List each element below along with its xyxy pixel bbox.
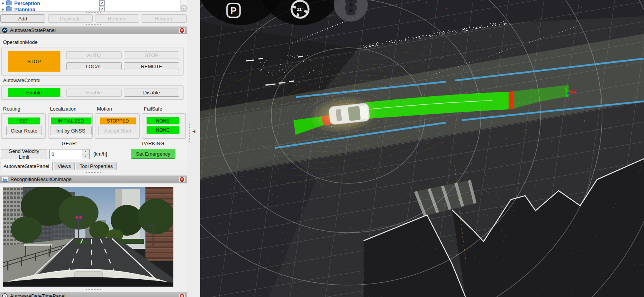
duplicate-button[interactable]: Duplicate [48, 14, 93, 23]
gear-symbol: P [230, 5, 237, 16]
failsafe-group: NONE NONE [142, 113, 186, 139]
autoware-control-group: Enable Enable Disable [1, 85, 184, 100]
localization-group: INITIALIZED Init by GNSS [48, 113, 93, 139]
control-disable-button[interactable]: Disable [124, 89, 179, 97]
init-by-gnss-button[interactable]: Init by GNSS [50, 126, 92, 135]
panel-splitter[interactable]: ◀ [187, 0, 200, 297]
motion-label: Motion [97, 106, 112, 112]
velocity-unit-label: [km/h] [93, 151, 107, 157]
autoware-state-panel-header[interactable]: AutowareStatePanel ✕ [0, 26, 187, 34]
parking-label: PARKING [131, 141, 175, 146]
gear-label: GEAR: [49, 141, 90, 146]
spin-down-icon[interactable]: ▼ [82, 154, 89, 159]
accept-start-button[interactable]: Accept Start [98, 126, 137, 135]
autoware-logo-icon [2, 27, 8, 33]
spin-up-icon[interactable]: ▲ [82, 149, 89, 154]
auto-mode-button[interactable]: AUTO [66, 51, 122, 59]
datetime-panel-header[interactable]: AutowareDateTimePanel ✕ [0, 292, 187, 297]
camera-image [3, 187, 174, 287]
failsafe-label: FailSafe [144, 106, 162, 112]
operation-mode-state: STOP [8, 51, 60, 72]
tab-label: Tool Properties [80, 163, 113, 169]
set-emergency-button[interactable]: Set Emergency [131, 149, 175, 159]
app-window: { "displays_tree": { "items": [ { "label… [0, 0, 644, 297]
local-mode-button[interactable]: LOCAL [66, 62, 122, 70]
trajectory-stop-line [509, 91, 513, 109]
collapse-panel-icon[interactable]: ◀ [192, 129, 195, 133]
splitter-handle[interactable] [86, 12, 101, 13]
operation-mode-group: STOP AUTO STOP LOCAL REMOTE [1, 47, 184, 76]
velocity-limit-spinbox[interactable]: ▲ ▼ [49, 149, 90, 159]
localization-label: Localization [50, 106, 77, 112]
splitter-grip[interactable] [189, 122, 190, 142]
send-velocity-limit-button[interactable]: Send Velocity Limit [1, 149, 47, 159]
rename-button[interactable]: Rename [142, 14, 187, 23]
panel-title: AutowareDateTimePanel [10, 293, 179, 297]
tab-label: Views [58, 163, 71, 169]
velocity-limit-input[interactable] [50, 149, 82, 159]
clock-icon [2, 293, 8, 297]
autoware-control-state: Enable [8, 88, 60, 97]
rviz-scene: P 21° [200, 0, 644, 297]
motion-group: STOPPED Accept Start [95, 113, 140, 139]
tab-tool-properties[interactable]: Tool Properties [76, 162, 117, 170]
close-icon: ✕ [180, 177, 184, 182]
3d-viewport[interactable]: P 21° [200, 0, 644, 297]
camera-scene [3, 187, 173, 287]
branch-expand-icon[interactable]: ▶ [0, 8, 6, 11]
scroll-down-icon[interactable]: ▼ [181, 5, 187, 11]
routing-state: SET [8, 117, 40, 124]
localization-state: INITIALIZED [51, 117, 91, 124]
control-enable-button[interactable]: Enable [66, 89, 122, 97]
panel-title: AutowareStatePanel [10, 27, 179, 33]
tree-item-planning[interactable]: ▶ Planning ✓ [0, 6, 187, 12]
routing-label: Routing [3, 106, 20, 112]
recognition-panel-header[interactable]: RecognitionResultOnImage ✕ [0, 175, 187, 183]
tab-label: AutowareStatePanel [3, 163, 49, 169]
branch-expand-icon[interactable]: ▶ [0, 2, 6, 5]
operation-mode-label: OperationMode [3, 39, 38, 45]
failsafe-state-behavior: NONE [147, 126, 179, 134]
motion-state: STOPPED [100, 117, 136, 124]
close-panel-button[interactable]: ✕ [179, 27, 185, 34]
close-icon: ✕ [180, 28, 184, 33]
folder-icon [6, 1, 12, 5]
autoware-state-panel: OperationMode STOP AUTO STOP LOCAL REMOT… [0, 34, 187, 161]
tab-views[interactable]: Views [54, 162, 75, 170]
left-panel: ▶ Perception ✓ ▶ Planning ✓ ▼ Add Duplic… [0, 0, 187, 297]
remote-mode-button[interactable]: REMOTE [124, 62, 179, 70]
routing-group: SET Clear Route [1, 113, 46, 139]
remove-button[interactable]: Remove [95, 14, 139, 23]
tree-scrollbar[interactable]: ▼ [180, 0, 187, 12]
close-icon: ✕ [180, 294, 184, 297]
failsafe-state-mrm: NONE [147, 117, 179, 124]
splitter-handle[interactable] [86, 289, 101, 290]
splitter-handle[interactable] [86, 24, 101, 25]
add-button[interactable]: Add [0, 14, 45, 23]
steering-angle-value: 21° [297, 7, 304, 12]
planning-checkbox[interactable]: ✓ [99, 7, 105, 12]
image-icon [2, 177, 8, 182]
tree-item-perception[interactable]: ▶ Perception ✓ [0, 0, 187, 6]
close-panel-button[interactable]: ✕ [179, 293, 185, 297]
autoware-control-label: AutowareControl [3, 77, 40, 83]
perception-checkbox[interactable]: ✓ [99, 0, 105, 6]
displays-tree: ▶ Perception ✓ ▶ Planning ✓ ▼ [0, 0, 187, 12]
tab-autoware-state-panel[interactable]: AutowareStatePanel [0, 162, 53, 171]
panel-title: RecognitionResultOnImage [10, 176, 179, 182]
tree-item-label: Perception [14, 0, 40, 6]
tree-item-label: Planning [14, 7, 35, 12]
stop-mode-button[interactable]: STOP [124, 51, 179, 59]
clear-route-button[interactable]: Clear Route [6, 126, 42, 135]
splitter-handle[interactable] [86, 172, 101, 173]
folder-icon [6, 7, 12, 12]
close-panel-button[interactable]: ✕ [179, 176, 185, 183]
